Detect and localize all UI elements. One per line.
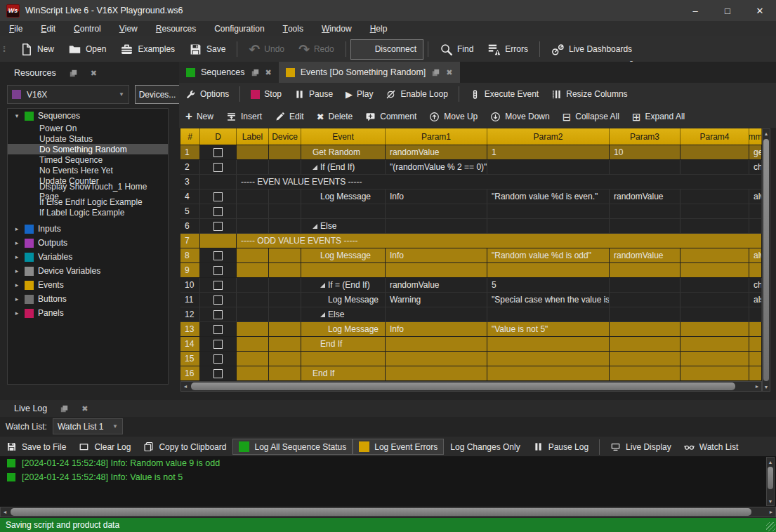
errors-button[interactable]: Errors <box>480 39 535 60</box>
stop-button[interactable]: Stop <box>244 86 288 102</box>
close-tab-icon[interactable]: ✖ <box>265 69 272 77</box>
live-display-button[interactable]: Live Display <box>604 439 678 455</box>
float-window-icon[interactable] <box>69 69 78 78</box>
collapse-all-button[interactable]: ⊟Collapse All <box>556 109 626 125</box>
scroll-left-arrow-icon[interactable]: ◄ <box>1 507 9 517</box>
menu-item-control[interactable]: Control <box>65 21 110 36</box>
tree-collapsed-icon[interactable]: ▸ <box>13 295 20 302</box>
row-checkbox[interactable] <box>213 148 223 157</box>
play-button[interactable]: ▶Play <box>339 86 379 102</box>
column-header-event[interactable]: Event <box>301 128 386 145</box>
log-event-errors-button[interactable]: Log Event Errors <box>353 439 444 455</box>
tree-item-buttons[interactable]: ▸Buttons <box>8 292 168 306</box>
tree-item-device-variables[interactable]: ▸Device Variables <box>8 264 168 278</box>
row-checkbox[interactable] <box>213 325 223 334</box>
toolbar-grip-handle[interactable]: ⁞⁞ <box>3 46 8 53</box>
table-row-1[interactable]: 1Get RandomrandomValue110get. <box>180 145 770 160</box>
tree-collapsed-icon[interactable]: ▸ <box>13 225 20 232</box>
table-row-7[interactable]: 7----- ODD VALUE EVENTS ----- <box>180 234 770 248</box>
table-horizontal-scrollbar[interactable]: ◄► <box>180 381 762 392</box>
row-checkbox[interactable] <box>213 207 223 216</box>
column-header-param1[interactable]: Param1 <box>386 128 487 145</box>
scroll-up-arrow-icon[interactable]: ▲ <box>763 129 770 138</box>
column-header-device[interactable]: Device <box>269 128 301 145</box>
row-checkbox[interactable] <box>213 281 223 290</box>
close-panel-icon[interactable]: ✖ <box>91 69 97 77</box>
watch-list-select[interactable]: Watch List 1 ▼ <box>53 418 123 434</box>
tree-item-timed-sequence[interactable]: Timed Sequence <box>8 154 168 165</box>
table-row-11[interactable]: 11Log MessageWarning"Special case when t… <box>180 293 770 307</box>
open-button[interactable]: Open <box>61 39 113 60</box>
row-checkbox[interactable] <box>213 163 223 172</box>
close-button[interactable]: ✕ <box>744 0 776 21</box>
devices-button[interactable]: Devices... <box>135 85 180 104</box>
save-to-file-button[interactable]: Save to File <box>0 439 72 455</box>
scrollbar-thumb[interactable] <box>191 383 735 390</box>
table-vertical-scrollbar[interactable]: ▲▼ <box>762 128 770 392</box>
float-window-icon[interactable] <box>251 68 260 77</box>
tree-item-display-showtouch-1-home-page[interactable]: Display ShowTouch_1 Home Page <box>8 186 168 197</box>
save-button[interactable]: Save <box>182 39 232 60</box>
table-row-16[interactable]: 16End If <box>180 366 770 381</box>
float-window-icon[interactable] <box>60 404 69 413</box>
execute-event-button[interactable]: Execute Event <box>463 86 545 102</box>
scroll-right-arrow-icon[interactable]: ► <box>767 507 775 517</box>
edit-button[interactable]: Edit <box>268 109 310 125</box>
row-checkbox[interactable] <box>213 295 223 305</box>
table-row-4[interactable]: 4Log MessageInfo"Random value %d is even… <box>180 189 770 204</box>
insert-button[interactable]: Insert <box>220 109 268 125</box>
pause-log-button[interactable]: Pause Log <box>527 439 595 455</box>
collapse-triangle-icon[interactable] <box>320 312 325 317</box>
log-all-sequence-status-button[interactable]: Log All Sequence Status <box>232 439 353 455</box>
row-checkbox[interactable] <box>213 192 223 201</box>
move-down-button[interactable]: Move Down <box>484 109 555 125</box>
scroll-down-arrow-icon[interactable]: ▼ <box>763 383 770 391</box>
table-row-14[interactable]: 14End If <box>180 337 770 352</box>
tree-collapsed-icon[interactable]: ▸ <box>13 281 20 288</box>
options-button[interactable]: Options <box>179 86 235 102</box>
tree-collapsed-icon[interactable]: ▸ <box>13 253 20 260</box>
column-header-param4[interactable]: Param4 <box>680 128 749 145</box>
column-header-label[interactable]: Label <box>237 128 269 145</box>
tree-item-if-label-logic-example[interactable]: If Label Logic Example <box>8 207 168 218</box>
menu-item-edit[interactable]: Edit <box>32 21 65 36</box>
delete-button[interactable]: ✖Delete <box>310 109 360 124</box>
scrollbar-thumb[interactable] <box>768 467 773 489</box>
column-header-d[interactable]: D <box>200 128 237 145</box>
menu-item-tools[interactable]: Tools <box>274 21 313 36</box>
column-header-param2[interactable]: Param2 <box>487 128 610 145</box>
tree-collapsed-icon[interactable]: ▸ <box>13 239 20 246</box>
collapse-triangle-icon[interactable] <box>320 283 325 288</box>
tree-item-sequences-root[interactable]: ▾Sequences <box>8 109 168 123</box>
expand-all-button[interactable]: ⊞Expand All <box>626 109 691 125</box>
menu-item-help[interactable]: Help <box>361 21 397 36</box>
log-entry[interactable]: [2024-01-24 15:52:48] Info: Random value… <box>0 456 776 470</box>
tree-item-outputs[interactable]: ▸Outputs <box>8 236 168 250</box>
tab-events[interactable]: Events [Do Something Random]✖ <box>279 62 460 83</box>
menu-item-resources[interactable]: Resources <box>147 21 205 36</box>
column-header-param3[interactable]: Param3 <box>610 128 680 145</box>
enable-loop-button[interactable]: Enable Loop <box>379 86 454 102</box>
watch-list-button[interactable]: Watch List <box>678 439 745 455</box>
scrollbar-thumb[interactable] <box>763 139 769 381</box>
tree-item-variables[interactable]: ▸Variables <box>8 250 168 264</box>
scroll-right-arrow-icon[interactable]: ► <box>753 382 761 391</box>
tree-item-do-something-random[interactable]: Do Something Random <box>8 144 168 154</box>
tree-item-panels[interactable]: ▸Panels <box>8 306 168 320</box>
live-dashboards-button[interactable]: Live Dashboards▾ <box>544 39 639 60</box>
table-row-10[interactable]: 10If = (End If)randomValue5che <box>180 278 770 293</box>
tree-item-inputs[interactable]: ▸Inputs <box>8 222 168 236</box>
scroll-left-arrow-icon[interactable]: ◄ <box>181 382 190 391</box>
table-row-6[interactable]: 6Else <box>180 219 770 234</box>
menu-item-configuration[interactable]: Configuration <box>205 21 273 36</box>
row-checkbox[interactable] <box>213 310 223 319</box>
menu-item-view[interactable]: View <box>110 21 147 36</box>
comment-button[interactable]: Comment <box>359 109 423 125</box>
table-row-12[interactable]: 12Else <box>180 307 770 322</box>
table-row-3[interactable]: 3----- EVEN VALUE EVENTS ----- <box>180 175 770 189</box>
resize-grip[interactable] <box>766 522 775 531</box>
table-row-5[interactable]: 5 <box>180 204 770 219</box>
tree-collapsed-icon[interactable]: ▸ <box>13 310 20 317</box>
tree-item-events[interactable]: ▸Events <box>8 278 168 292</box>
find-button[interactable]: Find <box>433 39 480 60</box>
